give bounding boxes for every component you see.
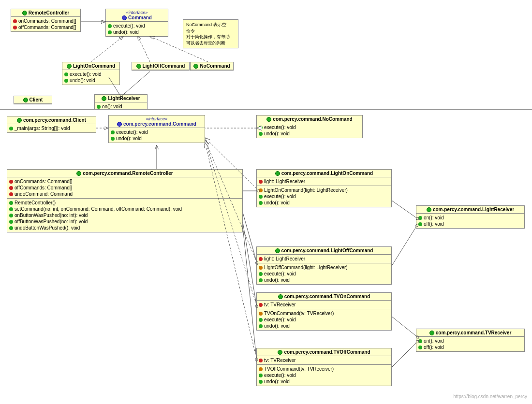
bottom-no-command: com.percy.command.NoCommand execute(): v… xyxy=(256,115,363,138)
bottom-remote-controller: com.percy.command.RemoteController onCom… xyxy=(7,169,243,232)
b-loc-name: com.percy.command.LightOnCommand xyxy=(281,171,373,176)
top-light-on-command: LightOnCommand execute(): void undo(): v… xyxy=(62,62,120,85)
b-lr-name: com.percy.command.LightReceiver xyxy=(433,207,514,212)
top-client: Client xyxy=(14,96,52,104)
bottom-light-receiver: com.percy.command.LightReceiver on(): vo… xyxy=(416,205,525,229)
b-tvoff-name: com.percy.command.TVOffCommand xyxy=(284,349,370,355)
b-rc-name: com.percy.command.RemoteController xyxy=(83,171,173,176)
svg-line-17 xyxy=(243,222,256,304)
svg-line-16 xyxy=(243,213,256,261)
b-lfc-name: com.percy.command.LightOffCommand xyxy=(281,248,373,253)
svg-line-22 xyxy=(392,343,416,367)
bottom-command: «interface» com.percy.command.Command ex… xyxy=(108,115,205,143)
bottom-tv-off-command: com.percy.command.TVOffCommand tv: TVRec… xyxy=(256,348,392,386)
svg-line-21 xyxy=(392,317,416,336)
top-note: NoCommand 表示空 命令 对于简化操作，有帮助 可以省去对空的判断 xyxy=(183,19,238,48)
svg-line-19 xyxy=(392,201,416,217)
bottom-client: com.percy.command.Client _main(args: Str… xyxy=(7,116,96,133)
top-command: «interface» Command execute(): void undo… xyxy=(105,9,168,37)
b-nocmd-name: com.percy.command.NoCommand xyxy=(273,116,352,122)
top-no-command: NoCommand xyxy=(190,62,234,71)
top-light-off-command: LightOffCommand xyxy=(132,62,190,71)
svg-line-2 xyxy=(138,36,150,62)
top-cmd-name: Command xyxy=(128,15,152,20)
bottom-light-off-command: com.percy.command.LightOffCommand light:… xyxy=(256,246,392,285)
b-tvon-name: com.percy.command.TVOnCommand xyxy=(284,294,370,299)
bottom-tv-on-command: com.percy.command.TVOnCommand tv: TVRece… xyxy=(256,292,392,331)
b-client-name: com.percy.command.Client xyxy=(23,117,86,123)
bottom-tv-receiver: com.percy.command.TVReceiver on(): void … xyxy=(416,329,525,352)
svg-line-20 xyxy=(392,227,416,266)
watermark: https://blog.csdn.net/warren_percy xyxy=(453,394,527,399)
b-tvr-name: com.percy.command.TVReceiver xyxy=(436,330,512,335)
bottom-light-on-command: com.percy.command.LightOnCommand light: … xyxy=(256,169,392,207)
top-rc-name: RemoteController xyxy=(29,10,69,15)
svg-line-18 xyxy=(243,227,256,358)
svg-line-5 xyxy=(121,72,150,97)
b-cmd-name: com.percy.command.Command xyxy=(123,121,196,127)
top-light-receiver: LightReceiver on(): void off(): void xyxy=(94,94,148,110)
svg-line-1 xyxy=(91,36,123,62)
top-remote-controller: RemoteController onCommands: Command[] o… xyxy=(11,9,81,32)
